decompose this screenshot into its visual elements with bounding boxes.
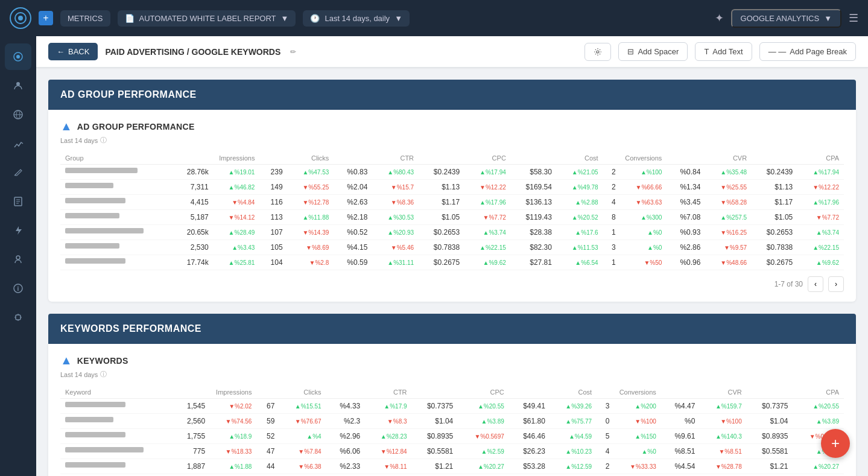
- ad-group-card: ▲ AD GROUP PERFORMANCE Last 14 days ⓘ Gr…: [48, 110, 856, 302]
- cell-kw-imp: 1,545: [174, 399, 210, 414]
- cell-keyword: [60, 459, 174, 474]
- th-keyword: Keyword: [60, 386, 174, 399]
- cell-cpa: $0.7838: [752, 240, 797, 255]
- cell-kw-cpc: $0.7375: [412, 399, 458, 414]
- cell-imp-change: ▼%14.12: [214, 210, 260, 225]
- cell-kw-cpa: $1.04: [747, 414, 793, 429]
- sidebar-item-info[interactable]: i: [5, 275, 31, 302]
- cell-imp-change: ▼%4.84: [214, 195, 260, 210]
- cell-kw-clicks: 52: [256, 429, 279, 444]
- settings-toolbar-btn[interactable]: [584, 43, 611, 61]
- prev-page-button[interactable]: ‹: [808, 276, 823, 292]
- table-row: 20.65k ▲%28.49 107 ▼%14.39 %0.52 ▲%20.93…: [60, 225, 844, 240]
- cell-cost-change: ▲%2.88: [557, 195, 603, 210]
- cell-kw-cpa: $0.7375: [747, 399, 793, 414]
- cell-kw-cpc: $1.21: [412, 459, 458, 474]
- sidebar-item-globe[interactable]: [5, 101, 31, 128]
- add-spacer-button[interactable]: ⊟ Add Spacer: [618, 42, 688, 61]
- back-button[interactable]: ← BACK: [48, 43, 98, 60]
- cell-clicks: 107: [259, 225, 287, 240]
- th-cpa: CPA: [752, 152, 844, 165]
- cell-kw-cost-change: ▲%75.77: [550, 414, 597, 429]
- cell-keyword: [60, 444, 174, 459]
- keywords-section: KEYWORDS PERFORMANCE ▲ KEYWORDS Last 14 …: [48, 314, 856, 476]
- cell-cvr-change: ▼%48.66: [705, 255, 752, 270]
- cell-kw-imp: 2,560: [174, 414, 210, 429]
- cell-cpc-change: ▲%9.62: [464, 255, 511, 270]
- fab-add-button[interactable]: +: [821, 429, 850, 458]
- cell-cpc: $1.13: [419, 180, 464, 195]
- cell-cvr-change: ▼%25.55: [705, 180, 752, 195]
- table-row: 1,545 ▼%2.02 67 ▲%15.51 %4.33 ▲%17.9 $0.…: [60, 399, 844, 414]
- th-ctr: CTR: [334, 152, 419, 165]
- cell-kw-cpa: $0.5581: [747, 444, 793, 459]
- cell-cvr: %0.84: [667, 165, 705, 180]
- cell-cvr: %0.93: [667, 225, 705, 240]
- hamburger-menu-btn[interactable]: ☰: [849, 11, 858, 25]
- cell-cpc-change: ▲%17.96: [464, 195, 511, 210]
- cell-imp: 2,530: [173, 240, 214, 255]
- date-selector[interactable]: 🕐 Last 14 days, daily ▼: [303, 10, 410, 27]
- edit-breadcrumb-icon[interactable]: ✏: [290, 48, 296, 56]
- cell-cpc: $0.2653: [419, 225, 464, 240]
- sidebar-item-analytics[interactable]: [5, 130, 31, 157]
- svg-rect-10: [16, 315, 21, 320]
- ad-group-title-row: ▲ AD GROUP PERFORMANCE: [60, 119, 844, 133]
- cell-conv-change: ▼%63.63: [621, 195, 667, 210]
- th-kw-ctr: CTR: [326, 386, 412, 399]
- table-row: 28.76k ▲%19.01 239 ▲%47.53 %0.83 ▲%80.43…: [60, 165, 844, 180]
- ad-group-card-title: AD GROUP PERFORMANCE: [77, 122, 195, 132]
- report-selector[interactable]: 📄 AUTOMATED WHITE LABEL REPORT ▼: [118, 10, 296, 27]
- cell-kw-cpc: $1.15: [412, 474, 458, 477]
- sparkle-icon-btn[interactable]: ✦: [715, 11, 724, 25]
- cell-kw-conv-change: ▲%200: [614, 399, 661, 414]
- sidebar-item-person[interactable]: [5, 246, 31, 273]
- th-kw-cpa: CPA: [747, 386, 844, 399]
- date-label: Last 14 days, daily: [325, 14, 390, 23]
- cell-kw-imp: 1,887: [174, 459, 210, 474]
- cell-kw-conv: 0: [597, 414, 614, 429]
- th-kw-cpc: CPC: [412, 386, 509, 399]
- add-button[interactable]: +: [39, 11, 53, 25]
- cell-kw-imp-change: ▲%1.88: [210, 459, 256, 474]
- cell-cost-change: ▲%6.54: [557, 255, 603, 270]
- sidebar-item-edit[interactable]: [5, 159, 31, 186]
- svg-text:i: i: [17, 285, 19, 292]
- sidebar-item-reports[interactable]: [5, 188, 31, 215]
- table-row: 775 ▼%18.33 47 ▼%7.84 %6.06 ▼%12.84 $0.5…: [60, 444, 844, 459]
- sidebar-item-bug[interactable]: [5, 304, 31, 331]
- metrics-nav[interactable]: METRICS: [60, 10, 110, 27]
- add-page-break-button[interactable]: — — Add Page Break: [759, 42, 856, 61]
- cell-kw-clicks-change: ▼%7.84: [279, 444, 326, 459]
- cell-cost-change: ▲%21.05: [557, 165, 603, 180]
- add-text-button[interactable]: T Add Text: [695, 42, 752, 61]
- cell-conv: 4: [603, 195, 621, 210]
- cell-cvr-change: ▲%35.48: [705, 165, 752, 180]
- table-row: 17.74k ▲%25.81 104 ▼%2.8 %0.59 ▲%31.11 $…: [60, 255, 844, 270]
- cell-conv: 8: [603, 210, 621, 225]
- sidebar-item-lightning[interactable]: [5, 217, 31, 244]
- table-row: 7,311 ▲%46.82 149 ▼%55.25 %2.04 ▼%15.7 $…: [60, 180, 844, 195]
- cell-cpc-change: ▲%3.74: [464, 225, 511, 240]
- th-conversions: Conversions: [603, 152, 667, 165]
- add-spacer-label: Add Spacer: [638, 47, 679, 56]
- cell-cpc: $1.05: [419, 210, 464, 225]
- cell-kw-cvr: %9.61: [661, 429, 700, 444]
- cell-clicks-change: ▲%47.53: [288, 165, 334, 180]
- cell-ctr: %0.83: [334, 165, 372, 180]
- cell-cpc-change: ▼%12.22: [464, 180, 511, 195]
- cell-ctr-change: ▼%8.36: [372, 195, 419, 210]
- cell-clicks-change: ▼%55.25: [288, 180, 334, 195]
- cell-cpa: $1.17: [752, 195, 797, 210]
- cell-kw-conv-change: ▲%150: [614, 429, 661, 444]
- cell-kw-cpa-change: ▲%20.27: [793, 459, 844, 474]
- google-analytics-selector[interactable]: GOOGLE ANALYTICS ▼: [731, 9, 841, 28]
- cell-kw-cost-change: ▲%65.38: [550, 474, 597, 477]
- sidebar-item-users[interactable]: [5, 72, 31, 99]
- cell-kw-cpa: $1.15: [747, 474, 793, 477]
- cell-kw-cvr: %8.51: [661, 444, 700, 459]
- cell-ctr-change: ▲%20.93: [372, 225, 419, 240]
- next-page-button[interactable]: ›: [828, 276, 844, 292]
- sidebar-item-home[interactable]: [5, 43, 31, 70]
- cell-kw-cost-change: ▲%4.59: [550, 429, 597, 444]
